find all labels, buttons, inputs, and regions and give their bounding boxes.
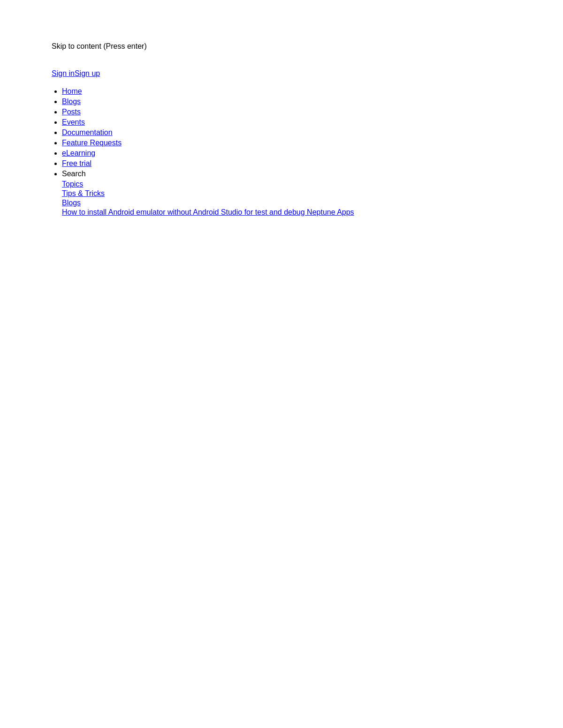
nav-item-elearning: eLearning	[62, 149, 563, 158]
nav-link-elearning[interactable]: eLearning	[62, 149, 95, 157]
nav-item-blogs: Blogs	[62, 98, 563, 106]
nav-item-posts: Posts	[62, 108, 563, 116]
nav-link-posts[interactable]: Posts	[62, 108, 81, 116]
nav-list: Home Blogs Posts Events Documentation Fe…	[52, 87, 563, 217]
search-sub-link-article[interactable]: How to install Android emulator without …	[62, 208, 354, 216]
search-sub-link-tips-tricks[interactable]: Tips & Tricks	[62, 189, 105, 197]
search-sub-item-article: How to install Android emulator without …	[62, 208, 563, 217]
nav-link-feature-requests[interactable]: Feature Requests	[62, 139, 122, 147]
nav-item-home: Home	[62, 87, 563, 96]
nav-item-free-trial: Free trial	[62, 159, 563, 168]
nav-item-events: Events	[62, 118, 563, 127]
nav-link-events[interactable]: Events	[62, 118, 85, 126]
search-sub-list: Topics Tips & Tricks Blogs How to instal…	[62, 180, 563, 217]
search-label: Search	[62, 170, 86, 178]
nav-item-search: Search Topics Tips & Tricks Blogs How to…	[62, 170, 563, 217]
nav-link-free-trial[interactable]: Free trial	[62, 159, 91, 167]
search-sub-item-tips-tricks: Tips & Tricks	[62, 189, 563, 198]
auth-links: Sign inSign up	[52, 69, 563, 78]
skip-to-content-link[interactable]: Skip to content (Press enter)	[52, 42, 563, 51]
page-container: Skip to content (Press enter) Sign inSig…	[0, 0, 563, 217]
sign-in-link[interactable]: Sign in	[52, 69, 75, 77]
search-sub-item-topics: Topics	[62, 180, 563, 188]
nav-link-documentation[interactable]: Documentation	[62, 128, 113, 136]
sign-up-link[interactable]: Sign up	[75, 69, 100, 77]
nav-item-feature-requests: Feature Requests	[62, 139, 563, 147]
nav-link-home[interactable]: Home	[62, 87, 82, 95]
search-sub-link-blogs[interactable]: Blogs	[62, 199, 81, 207]
search-sub-item-blogs: Blogs	[62, 199, 563, 207]
nav-item-documentation: Documentation	[62, 128, 563, 137]
search-sub-link-topics[interactable]: Topics	[62, 180, 83, 188]
nav-link-blogs[interactable]: Blogs	[62, 98, 81, 105]
